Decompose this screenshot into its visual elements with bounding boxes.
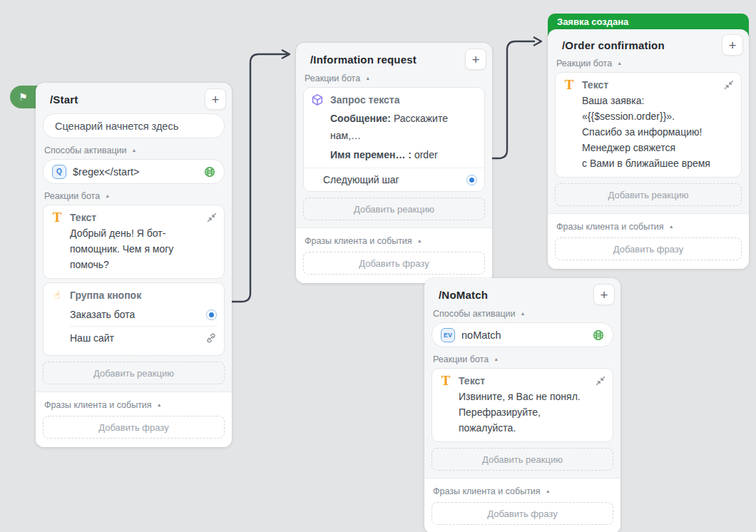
add-block-button[interactable]: + bbox=[593, 284, 615, 305]
connection-port-radio[interactable] bbox=[466, 175, 477, 185]
reaction-type-label: Текст bbox=[459, 375, 596, 387]
collapse-caret-icon[interactable]: ▲ bbox=[494, 357, 499, 362]
reaction-text-line: «{{$session.order}}». bbox=[582, 108, 734, 124]
collapse-reaction-icon[interactable] bbox=[596, 376, 606, 386]
trigger-value: noMatch bbox=[461, 329, 593, 341]
add-block-button[interactable]: + bbox=[722, 34, 743, 56]
next-step-row[interactable]: Следующий шаг bbox=[323, 168, 477, 191]
text-reaction-icon: T bbox=[563, 78, 576, 92]
node-information-request[interactable]: /Information request + Реакции бота ▲ За… bbox=[296, 43, 492, 283]
collapse-caret-icon[interactable]: ▲ bbox=[105, 193, 110, 198]
field-label: Имя перемен… : bbox=[330, 149, 412, 160]
add-reaction-button[interactable]: Добавить реакцию bbox=[303, 198, 485, 220]
phrases-section-header: Фразы клиента и события ▲ bbox=[433, 486, 613, 496]
collapse-reaction-icon[interactable] bbox=[724, 80, 734, 90]
reaction-text-line: Менеджер свяжется bbox=[582, 140, 734, 155]
add-phrase-button[interactable]: Добавить фразу bbox=[303, 252, 485, 275]
node-order-confirmation[interactable]: /Order confirmation + Реакции бота ▲ T Т… bbox=[548, 29, 749, 269]
globe-icon[interactable] bbox=[593, 329, 604, 341]
add-reaction-button[interactable]: Добавить реакцию bbox=[431, 448, 613, 471]
reaction-text-line: с Вами в ближайшее время bbox=[582, 155, 734, 171]
field-value: order bbox=[414, 149, 438, 160]
phrases-section-label: Фразы клиента и события bbox=[44, 400, 152, 410]
bot-button-label: Наш сайт bbox=[70, 332, 205, 344]
reaction-type-label: Группа кнопок bbox=[70, 290, 217, 301]
reactions-section-label: Реакции бота bbox=[433, 354, 489, 364]
cube-icon bbox=[311, 93, 324, 106]
variable-field: Имя перемен… : order bbox=[330, 146, 477, 163]
node-start[interactable]: /Start + Сценарий начнется здесь Способы… bbox=[36, 83, 232, 447]
button-group-icon: ☝ bbox=[51, 288, 63, 302]
node-title: /Information request bbox=[310, 53, 417, 66]
reaction-text-card[interactable]: T Текст Извините, я Вас не понял. Перефр… bbox=[431, 368, 613, 442]
reactions-section-label: Реакции бота bbox=[44, 191, 100, 201]
add-phrase-button[interactable]: Добавить фразу bbox=[43, 416, 225, 439]
trigger-event-row[interactable]: EV noMatch bbox=[431, 322, 613, 347]
collapse-caret-icon[interactable]: ▲ bbox=[417, 238, 422, 243]
node-title: /Start bbox=[50, 93, 78, 106]
bot-button-row[interactable]: Заказать бота bbox=[70, 303, 217, 326]
collapse-caret-icon[interactable]: ▲ bbox=[521, 311, 526, 316]
node-title: /Order confirmation bbox=[562, 39, 665, 51]
phrases-section: Фразы клиента и события ▲ Добавить фразу bbox=[36, 392, 232, 447]
link-icon bbox=[205, 332, 217, 344]
activation-section-header: Способы активации ▲ bbox=[44, 145, 225, 155]
phrases-section: Фразы клиента и события ▲ Добавить фразу bbox=[296, 227, 492, 283]
text-reaction-icon: T bbox=[51, 210, 63, 225]
reaction-text-card[interactable]: T Текст Ваша заявка: «{{$session.order}}… bbox=[555, 72, 742, 178]
activation-section-label: Способы активации bbox=[433, 309, 516, 319]
collapse-caret-icon[interactable]: ▲ bbox=[157, 402, 162, 407]
add-block-button[interactable]: + bbox=[205, 88, 226, 110]
add-reaction-button[interactable]: Добавить реакцию bbox=[555, 183, 742, 206]
reaction-type-label: Текст bbox=[582, 79, 724, 91]
connector-start-to-information bbox=[232, 54, 287, 302]
reaction-text-line: Спасибо за информацию! bbox=[582, 124, 734, 140]
phrases-section: Фразы клиента и события ▲ Добавить фразу bbox=[424, 478, 620, 532]
reaction-type-label: Текст bbox=[70, 212, 207, 223]
collapse-caret-icon[interactable]: ▲ bbox=[132, 148, 137, 153]
collapse-caret-icon[interactable]: ▲ bbox=[365, 76, 370, 81]
scenario-start-hint: Сценарий начнется здесь bbox=[43, 113, 225, 138]
reaction-text-line: помощник. Чем я могу bbox=[70, 241, 217, 257]
node-nomatch[interactable]: /NoMatch + Способы активации ▲ EV noMatc… bbox=[424, 278, 620, 532]
activation-section-label: Способы активации bbox=[44, 145, 127, 155]
add-phrase-button[interactable]: Добавить фразу bbox=[431, 502, 613, 525]
node-title: /NoMatch bbox=[439, 289, 488, 301]
add-block-button[interactable]: + bbox=[465, 48, 486, 70]
reactions-section-header: Реакции бота ▲ bbox=[433, 354, 613, 364]
reaction-text-line: пожалуйста. bbox=[459, 420, 606, 436]
phrases-section-header: Фразы клиента и события ▲ bbox=[44, 399, 225, 410]
phrases-section: Фразы клиента и события ▲ Добавить фразу bbox=[548, 213, 749, 269]
reaction-text-line: Извините, я Вас не понял. bbox=[459, 389, 606, 404]
globe-icon[interactable] bbox=[204, 166, 215, 178]
collapse-caret-icon[interactable]: ▲ bbox=[669, 224, 674, 229]
node-header: /NoMatch + bbox=[424, 278, 620, 305]
collapse-caret-icon[interactable]: ▲ bbox=[617, 61, 622, 66]
phrases-section-label: Фразы клиента и события bbox=[305, 236, 412, 246]
trigger-regex-row[interactable]: Q $regex</start> bbox=[43, 159, 225, 184]
flag-icon: ⚑ bbox=[19, 92, 28, 102]
connection-port-radio[interactable] bbox=[206, 310, 217, 320]
reaction-text-line: Перефразируйте, bbox=[459, 404, 606, 420]
message-field: Сообщение: Расскажите нам,… bbox=[330, 110, 477, 144]
reaction-text-card[interactable]: T Текст Добрый день! Я бот- помощник. Че… bbox=[43, 205, 225, 279]
reactions-section-label: Реакции бота bbox=[556, 58, 612, 68]
reaction-type-label: Запрос текста bbox=[330, 94, 477, 106]
regex-badge-icon: Q bbox=[52, 165, 66, 179]
bot-button-row[interactable]: Наш сайт bbox=[70, 327, 217, 349]
collapse-caret-icon[interactable]: ▲ bbox=[546, 488, 551, 493]
node-header: /Start + bbox=[36, 83, 232, 110]
phrases-section-label: Фразы клиента и события bbox=[556, 222, 664, 232]
flow-canvas[interactable]: ⚑ Заявка создана /Start + Сценарий начне… bbox=[0, 0, 756, 532]
add-phrase-button[interactable]: Добавить фразу bbox=[555, 237, 742, 260]
collapse-reaction-icon[interactable] bbox=[207, 213, 217, 222]
reaction-text-line: Ваша заявка: bbox=[582, 93, 734, 108]
node-header: /Information request + bbox=[296, 43, 492, 70]
reaction-text-line: Добрый день! Я бот- bbox=[70, 225, 217, 241]
reaction-text-request-card[interactable]: Запрос текста Сообщение: Расскажите нам,… bbox=[303, 87, 485, 192]
reaction-buttons-group-card[interactable]: ☝ Группа кнопок Заказать бота Наш сайт bbox=[43, 282, 225, 356]
add-reaction-button[interactable]: Добавить реакцию bbox=[43, 362, 225, 384]
reactions-section-header: Реакции бота ▲ bbox=[556, 58, 742, 68]
reaction-text-line: помочь? bbox=[70, 257, 217, 272]
connector-information-to-order bbox=[492, 41, 535, 158]
